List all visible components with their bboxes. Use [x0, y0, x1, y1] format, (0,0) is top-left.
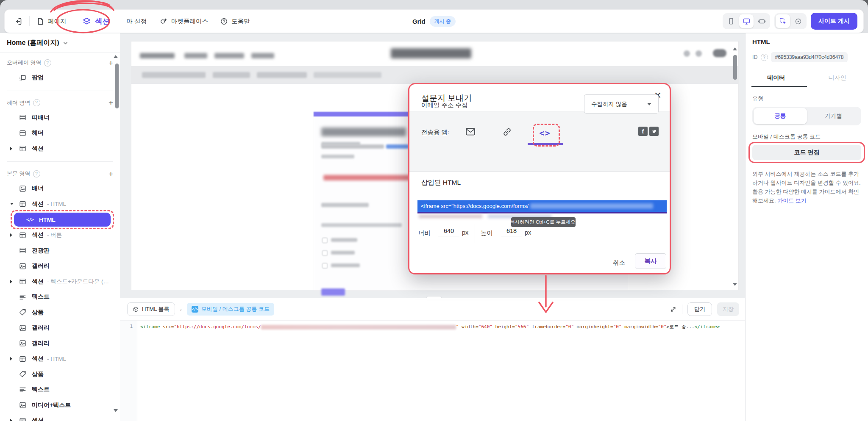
edit-code-button[interactable]: 코드 편집: [752, 145, 861, 160]
group-label: 헤더 영역: [7, 99, 31, 107]
sidebar-item-띠배너[interactable]: 띠배너: [0, 110, 120, 126]
sidebar-item-텍스트[interactable]: 텍스트: [0, 289, 120, 305]
share-twitter-button[interactable]: [649, 127, 659, 136]
close-code-panel-button[interactable]: 닫기: [687, 302, 712, 316]
caret-right-icon[interactable]: [10, 419, 12, 421]
section-icon: [19, 277, 27, 285]
panel-resize-handle[interactable]: [426, 296, 442, 298]
tab-pages[interactable]: 페이지: [36, 17, 67, 25]
exit-icon: [14, 17, 22, 26]
sidebar-item-섹션-HTML[interactable]: 섹션- HTML: [0, 351, 120, 367]
breadcrumb-html-block[interactable]: HTML 블록: [127, 302, 175, 316]
caret-right-icon[interactable]: [10, 357, 12, 360]
caret-right-icon[interactable]: [10, 233, 12, 237]
type-label: 유형: [752, 95, 861, 102]
editor-window: 페이지 섹션 마 설정 마켓플레이스 도움말 Grid 게시 중: [0, 0, 868, 421]
sidebar-item-갤러리[interactable]: 갤러리: [0, 336, 120, 352]
canvas-scrollbar-thumb[interactable]: [733, 55, 737, 80]
sidebar-scroll-up[interactable]: [114, 55, 118, 58]
sidebar-item-섹션-버튼[interactable]: 섹션- 버튼: [0, 227, 120, 243]
code-line[interactable]: <iframe src="https://docs.google.com/for…: [140, 324, 743, 330]
share-facebook-button[interactable]: f: [638, 127, 648, 136]
sidebar-item-섹션[interactable]: 섹션: [0, 413, 120, 421]
tab-help[interactable]: 도움말: [220, 17, 250, 25]
blurred-placeholder: [321, 155, 354, 158]
breadcrumb-common-code[interactable]: </> 모바일 / 데스크톱 공통 코드: [187, 303, 274, 316]
device-toggle-group: [723, 13, 770, 29]
sidebar-item-갤러리[interactable]: 갤러리: [0, 320, 120, 336]
caret-right-icon[interactable]: [10, 147, 12, 150]
sidebar-scroll-down[interactable]: [114, 409, 118, 412]
image-icon: [19, 185, 27, 193]
responsive-view-button[interactable]: [754, 14, 769, 28]
sidebar-item-섹션-HTML[interactable]: 섹션- HTML: [0, 197, 120, 212]
sidebar-scrollbar-thumb[interactable]: [115, 64, 119, 108]
sidebar-item-상품[interactable]: 상품: [0, 305, 120, 321]
sidebar-item-팝업[interactable]: 팝업: [0, 70, 120, 86]
segment-per-device[interactable]: 기기별: [807, 108, 860, 124]
active-send-tab-indicator: [528, 143, 563, 145]
guide-link[interactable]: 가이드 보기: [777, 197, 807, 204]
desktop-icon: [743, 17, 751, 25]
sidebar-item-상품[interactable]: 상품: [0, 367, 120, 382]
add-section-button[interactable]: +: [108, 99, 113, 107]
sidebar-item-갤러리[interactable]: 갤러리: [0, 258, 120, 274]
blurred-placeholder: [321, 127, 406, 136]
desktop-view-button[interactable]: [739, 14, 754, 28]
sidebar-item-HTML[interactable]: </>HTML: [14, 213, 111, 227]
sidebar-divider: [7, 91, 113, 91]
active-tab-underline: [751, 86, 807, 87]
section-icon: [19, 144, 27, 152]
sidebar-item-배너[interactable]: 배너: [0, 181, 120, 197]
inspector-panel: HTML ID ? #695339aaa93d4f70c4d36478 데이터 …: [745, 33, 868, 421]
code-editor[interactable]: 1 <iframe src="https://docs.google.com/f…: [120, 321, 745, 421]
sidebar-item-텍스트[interactable]: 텍스트: [0, 382, 120, 398]
page-icon: [36, 17, 45, 25]
canvas-scroll-up[interactable]: [733, 47, 737, 50]
sidebar-item-전광판[interactable]: 전광판: [0, 243, 120, 259]
height-input[interactable]: 618: [501, 227, 522, 236]
width-input[interactable]: 640: [438, 227, 459, 236]
blurred-placeholder: [214, 53, 244, 58]
publish-site-button[interactable]: 사이트 게시: [811, 13, 857, 30]
width-unit: px: [462, 229, 468, 236]
send-embed-tab[interactable]: <>: [538, 126, 552, 140]
send-email-tab[interactable]: [464, 125, 477, 138]
caret-down-icon[interactable]: [10, 203, 14, 205]
tab-marketplace[interactable]: 마켓플레이스: [159, 17, 208, 25]
cancel-button[interactable]: 취소: [609, 255, 629, 270]
select-mode-icon: [779, 17, 787, 25]
tab-sections[interactable]: 섹션: [78, 14, 114, 29]
chevron-right-icon: ›: [180, 306, 182, 313]
segment-common[interactable]: 공통: [754, 108, 807, 124]
sidebar-item-미디어+텍스트[interactable]: 미디어+텍스트: [0, 398, 120, 413]
copy-button[interactable]: 복사: [635, 253, 666, 269]
link-icon: [502, 127, 512, 137]
help-circle-icon: ?: [33, 99, 40, 106]
preview-button[interactable]: [791, 14, 805, 28]
add-section-button[interactable]: +: [108, 170, 113, 178]
caret-right-icon[interactable]: [10, 280, 12, 283]
embed-code-icon: <>: [540, 128, 551, 138]
send-link-tab[interactable]: [500, 125, 514, 138]
mobile-view-button[interactable]: [724, 14, 738, 28]
page-selector[interactable]: Home (홈페이지): [0, 33, 120, 53]
sidebar-item-헤더[interactable]: 헤더: [0, 125, 120, 141]
canvas-scroll-down[interactable]: [733, 283, 737, 286]
id-help-icon[interactable]: ?: [761, 54, 768, 61]
panel-description: 외부 서비스에서 제공하는 소스 코드를 추가하거나 웹사이트 디자인을 변경할…: [752, 169, 861, 205]
save-code-button[interactable]: 저장: [717, 302, 739, 316]
tab-theme-settings[interactable]: 마 설정: [127, 17, 147, 25]
tag-icon: [19, 308, 27, 316]
expand-icon[interactable]: [670, 306, 677, 313]
sidebar-item-섹션[interactable]: 섹션: [0, 141, 120, 157]
embed-code-field[interactable]: <iframe src="https://docs.google.com/for…: [417, 200, 667, 212]
select-mode-button[interactable]: [776, 14, 790, 28]
tab-data[interactable]: 데이터: [746, 69, 807, 87]
exit-editor-button[interactable]: [12, 14, 23, 28]
tab-design[interactable]: 디자인: [807, 69, 868, 87]
add-section-button[interactable]: +: [108, 59, 113, 67]
code-editor-panel: HTML 블록 › </> 모바일 / 데스크톱 공통 코드 닫기 저장 1: [120, 298, 745, 421]
sidebar-item-섹션-텍스트카운트다운Fres[interactable]: 섹션- 텍스트+카운트다운 (Fres...: [0, 274, 120, 290]
collect-email-dropdown[interactable]: 수집하지 않음: [584, 94, 659, 114]
